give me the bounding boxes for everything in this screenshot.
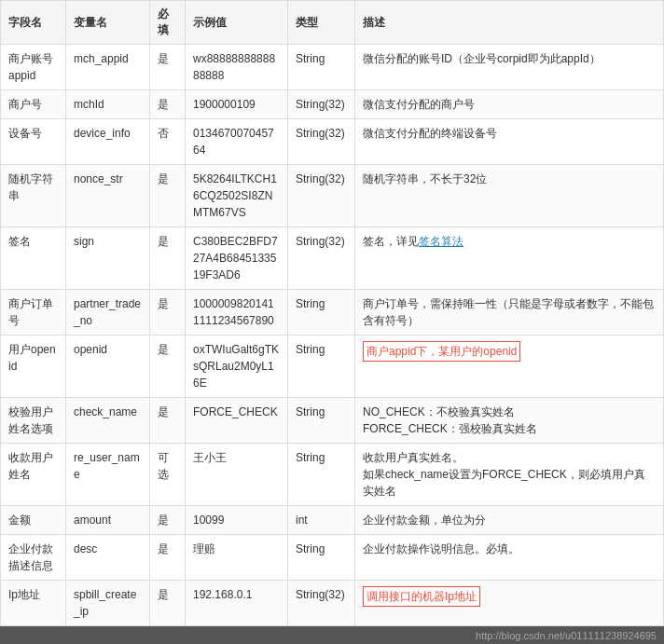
table-row: 商户号mchId是1900000109String(32)微信支付分配的商户号 [1, 90, 664, 119]
cell-desc: 企业付款操作说明信息。必填。 [355, 535, 664, 581]
cell-variable: device_info [66, 119, 150, 165]
cell-field: 金额 [1, 506, 66, 535]
cell-desc: NO_CHECK：不校验真实姓名FORCE_CHECK：强校验真实姓名 [355, 398, 664, 444]
table-row: 设备号device_info否013467007045764String(32)… [1, 119, 664, 165]
cell-required: 是 [150, 45, 186, 90]
cell-field: 商户账号appid [1, 45, 66, 90]
table-row: 校验用户姓名选项check_name是FORCE_CHECKStringNO_C… [1, 398, 664, 444]
cell-field: 商户订单号 [1, 290, 66, 336]
cell-variable: check_name [66, 398, 150, 444]
table-header-row: 字段名 变量名 必填 示例值 类型 描述 [1, 1, 664, 45]
table-row: 签名sign是C380BEC2BFD727A4B6845133519F3AD6S… [1, 227, 664, 290]
cell-field: 签名 [1, 227, 66, 290]
cell-example: 5K8264ILTKCH16CQ2502SI8ZNMTM67VS [186, 165, 288, 227]
cell-type: String [288, 336, 355, 398]
cell-required: 是 [150, 227, 186, 290]
table-row: 用户openidopenid是oxTWIuGalt6gTKsQRLau2M0yL… [1, 336, 664, 398]
desc-highlight: 商户appid下，某用户的openid [363, 341, 520, 362]
cell-required: 是 [150, 398, 186, 444]
header-desc: 描述 [355, 1, 664, 45]
cell-example: oxTWIuGalt6gTKsQRLau2M0yL16E [186, 336, 288, 398]
cell-type: String [288, 290, 355, 336]
table-row: Ip地址spbill_create_ip是192.168.0.1String(3… [1, 581, 664, 626]
cell-variable: amount [66, 506, 150, 535]
cell-type: String [288, 535, 355, 581]
footer-bar: http://blog.csdn.net/u011111238924695 [0, 626, 664, 644]
cell-variable: mch_appid [66, 45, 150, 90]
cell-variable: partner_trade_no [66, 290, 150, 336]
cell-example: 10000098201411111234567890 [186, 290, 288, 336]
cell-variable: nonce_str [66, 165, 150, 227]
cell-type: String [288, 444, 355, 506]
cell-desc: 调用接口的机器Ip地址 [355, 581, 664, 626]
header-example: 示例值 [186, 1, 288, 45]
header-required: 必填 [150, 1, 186, 45]
cell-required: 是 [150, 581, 186, 626]
cell-desc: 企业付款金额，单位为分 [355, 506, 664, 535]
cell-variable: mchId [66, 90, 150, 119]
cell-variable: spbill_create_ip [66, 581, 150, 626]
cell-desc: 收款用户真实姓名。如果check_name设置为FORCE_CHECK，则必填用… [355, 444, 664, 506]
cell-type: String(32) [288, 90, 355, 119]
cell-required: 是 [150, 336, 186, 398]
cell-desc: 微信支付分配的终端设备号 [355, 119, 664, 165]
table-row: 企业付款描述信息desc是理赔String企业付款操作说明信息。必填。 [1, 535, 664, 581]
table-row: 商户账号appidmch_appid是wx8888888888888888Str… [1, 45, 664, 90]
cell-field: Ip地址 [1, 581, 66, 626]
table-row: 收款用户姓名re_user_name可选王小王String收款用户真实姓名。如果… [1, 444, 664, 506]
cell-example: 1900000109 [186, 90, 288, 119]
cell-field: 收款用户姓名 [1, 444, 66, 506]
cell-example: 013467007045764 [186, 119, 288, 165]
cell-example: 理赔 [186, 535, 288, 581]
cell-desc: 签名，详见签名算法 [355, 227, 664, 290]
cell-field: 商户号 [1, 90, 66, 119]
cell-example: C380BEC2BFD727A4B6845133519F3AD6 [186, 227, 288, 290]
table-container: 字段名 变量名 必填 示例值 类型 描述 商户账号appidmch_appid是… [0, 0, 664, 626]
cell-required: 否 [150, 119, 186, 165]
cell-example: FORCE_CHECK [186, 398, 288, 444]
cell-example: 192.168.0.1 [186, 581, 288, 626]
cell-required: 是 [150, 290, 186, 336]
cell-example: 王小王 [186, 444, 288, 506]
cell-desc: 商户appid下，某用户的openid [355, 336, 664, 398]
cell-field: 企业付款描述信息 [1, 535, 66, 581]
header-variable: 变量名 [66, 1, 150, 45]
cell-field: 设备号 [1, 119, 66, 165]
cell-type: String [288, 398, 355, 444]
table-row: 商户订单号partner_trade_no是100000982014111112… [1, 290, 664, 336]
cell-variable: sign [66, 227, 150, 290]
cell-field: 用户openid [1, 336, 66, 398]
cell-variable: re_user_name [66, 444, 150, 506]
cell-desc: 微信支付分配的商户号 [355, 90, 664, 119]
cell-desc: 随机字符串，不长于32位 [355, 165, 664, 227]
cell-variable: openid [66, 336, 150, 398]
table-row: 金额amount是10099int企业付款金额，单位为分 [1, 506, 664, 535]
cell-type: String [288, 45, 355, 90]
cell-required: 可选 [150, 444, 186, 506]
cell-desc: 商户订单号，需保持唯一性（只能是字母或者数字，不能包含有符号） [355, 290, 664, 336]
cell-type: String(32) [288, 227, 355, 290]
cell-example: wx8888888888888888 [186, 45, 288, 90]
cell-type: String(32) [288, 165, 355, 227]
cell-example: 10099 [186, 506, 288, 535]
table-row: 随机字符串nonce_str是5K8264ILTKCH16CQ2502SI8ZN… [1, 165, 664, 227]
desc-highlight: 调用接口的机器Ip地址 [363, 586, 480, 607]
cell-type: String(32) [288, 119, 355, 165]
cell-field: 随机字符串 [1, 165, 66, 227]
cell-required: 是 [150, 506, 186, 535]
cell-required: 是 [150, 90, 186, 119]
cell-desc: 微信分配的账号ID（企业号corpid即为此appId） [355, 45, 664, 90]
cell-required: 是 [150, 165, 186, 227]
header-type: 类型 [288, 1, 355, 45]
cell-type: String(32) [288, 581, 355, 626]
cell-type: int [288, 506, 355, 535]
header-field: 字段名 [1, 1, 66, 45]
cell-required: 是 [150, 535, 186, 581]
cell-variable: desc [66, 535, 150, 581]
desc-link[interactable]: 签名算法 [419, 235, 463, 248]
api-table: 字段名 变量名 必填 示例值 类型 描述 商户账号appidmch_appid是… [0, 0, 664, 626]
cell-field: 校验用户姓名选项 [1, 398, 66, 444]
footer-url: http://blog.csdn.net/u011111238924695 [476, 630, 657, 641]
